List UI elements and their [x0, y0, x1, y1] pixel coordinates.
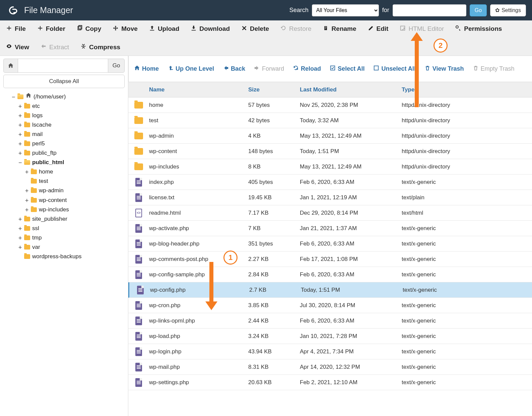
compress-button[interactable]: Compress [80, 43, 120, 51]
expand-toggle[interactable]: − [18, 158, 22, 167]
file-button[interactable]: File [6, 25, 26, 33]
search-go-button[interactable]: Go [470, 4, 487, 16]
expand-toggle[interactable]: + [18, 214, 22, 224]
permissions-button[interactable]: Permissions [455, 25, 502, 33]
move-button[interactable]: Move [113, 25, 138, 33]
tree-node[interactable]: +tmp [3, 233, 125, 242]
expand-toggle[interactable]: + [18, 120, 22, 130]
expand-toggle[interactable]: + [18, 242, 22, 252]
expand-toggle[interactable]: + [25, 196, 29, 205]
table-row[interactable]: home57 bytesNov 25, 2020, 2:38 PMhttpd/u… [128, 97, 532, 113]
htmleditor-icon [400, 25, 406, 33]
table-row[interactable]: index.php405 bytesFeb 6, 2020, 6:33 AMte… [128, 175, 532, 190]
table-row[interactable]: wp-config.php2.7 KBToday, 1:51 PMtext/x-… [128, 282, 532, 298]
table-row[interactable]: wp-content148 bytesToday, 1:51 PMhttpd/u… [128, 144, 532, 159]
table-row[interactable]: wp-load.php3.24 KBJan 10, 2021, 7:28 PMt… [128, 329, 532, 344]
download-button[interactable]: Download [191, 25, 230, 33]
cell-type: text/html [402, 210, 532, 216]
tree-node[interactable]: +wp-includes [3, 205, 125, 214]
table-row[interactable]: wp-links-opml.php2.44 KBFeb 6, 2020, 6:3… [128, 313, 532, 329]
emptytrash-button: Empty Trash [473, 65, 515, 73]
cell-name: wp-cron.php [149, 302, 248, 309]
app-title: File Manager [24, 5, 73, 15]
table-row[interactable]: wp-settings.php20.63 KBFeb 2, 2021, 12:1… [128, 375, 532, 390]
expand-toggle[interactable]: + [18, 224, 22, 233]
table-row[interactable]: wp-mail.php8.31 KBApr 14, 2020, 12:32 PM… [128, 359, 532, 375]
tree-node[interactable]: +mail [3, 130, 125, 139]
back-button[interactable]: Back [223, 65, 245, 73]
table-row[interactable]: license.txt19.45 KBJan 1, 2021, 12:19 AM… [128, 190, 532, 205]
folder-button[interactable]: Folder [37, 25, 65, 33]
delete-button[interactable]: Delete [241, 25, 269, 33]
tree-node[interactable]: +etc [3, 101, 125, 111]
upload-button[interactable]: Upload [149, 25, 179, 33]
tree-node[interactable]: wordpress-backups [3, 252, 125, 261]
tree-node[interactable]: +logs [3, 111, 125, 120]
up-button[interactable]: Up One Level [168, 65, 214, 73]
expand-toggle[interactable] [25, 177, 29, 186]
col-modified[interactable]: Last Modified [300, 86, 402, 93]
expand-toggle[interactable]: + [25, 167, 29, 177]
collapse-all-button[interactable]: Collapse All [3, 75, 125, 88]
tree-node[interactable]: +wp-content [3, 196, 125, 205]
tree-node[interactable]: −public_html [3, 158, 125, 167]
view-button[interactable]: View [6, 43, 29, 51]
toolbar-label: Move [121, 25, 138, 32]
home-button[interactable]: Home [134, 65, 159, 73]
expand-toggle[interactable]: + [25, 205, 29, 214]
path-go-button[interactable]: Go [108, 59, 125, 73]
tree-node[interactable]: +site_publisher [3, 214, 125, 224]
expand-toggle[interactable]: + [18, 111, 22, 120]
expand-toggle[interactable]: + [18, 233, 22, 242]
table-row[interactable]: wp-comments-post.php2.27 KBFeb 17, 2021,… [128, 252, 532, 267]
tree-node[interactable]: test [3, 177, 125, 186]
cell-size: 42 bytes [248, 117, 300, 124]
tree-node[interactable]: +perl5 [3, 139, 125, 148]
search-scope-select[interactable]: All Your Files [312, 4, 379, 16]
search-input[interactable] [393, 4, 466, 16]
expand-toggle[interactable]: − [11, 92, 15, 101]
cell-size: 19.45 KB [248, 194, 300, 201]
table-row[interactable]: <>readme.html7.17 KBDec 29, 2020, 8:14 P… [128, 205, 532, 221]
forward-button: Forward [254, 65, 284, 73]
col-size[interactable]: Size [248, 86, 300, 93]
expand-toggle[interactable]: + [25, 186, 29, 195]
settings-button[interactable]: ✿ Settings [490, 4, 526, 16]
table-row[interactable]: wp-activate.php7 KBJan 21, 2021, 1:37 AM… [128, 221, 532, 236]
toolbar-label: Permissions [464, 25, 502, 32]
tree-node[interactable]: +public_ftp [3, 148, 125, 158]
path-input[interactable] [18, 59, 108, 73]
selectall-button[interactable]: Select All [330, 65, 364, 73]
expand-toggle[interactable] [18, 252, 22, 261]
col-type[interactable]: Type [402, 86, 532, 93]
reload-button[interactable]: Reload [293, 65, 321, 73]
tree-node[interactable]: +home [3, 167, 125, 177]
expand-toggle[interactable]: + [18, 130, 22, 139]
expand-toggle[interactable]: + [18, 139, 22, 148]
unselect-button[interactable]: Unselect All [373, 65, 415, 73]
col-name[interactable]: Name [149, 86, 248, 93]
nav-home-button[interactable] [3, 59, 18, 73]
expand-toggle[interactable]: + [18, 148, 22, 158]
tree-node[interactable]: −(/home/user) [3, 92, 125, 101]
table-row[interactable]: wp-login.php43.94 KBApr 4, 2021, 7:34 PM… [128, 344, 532, 359]
table-row[interactable]: wp-admin4 KBMay 13, 2021, 12:49 AMhttpd/… [128, 128, 532, 144]
cell-size: 20.63 KB [248, 379, 300, 386]
viewtrash-button[interactable]: View Trash [424, 65, 464, 73]
rename-button[interactable]: Rename [323, 25, 356, 33]
table-row[interactable]: wp-config-sample.php2.84 KBFeb 6, 2020, … [128, 267, 532, 282]
copy-button[interactable]: Copy [77, 25, 102, 33]
tree-node[interactable]: +ssl [3, 224, 125, 233]
edit-button[interactable]: Edit [368, 25, 389, 33]
table-header: Name Size Last Modified Type [128, 82, 532, 97]
table-row[interactable]: wp-includes8 KBMay 13, 2021, 12:49 AMhtt… [128, 159, 532, 175]
table-row[interactable]: wp-blog-header.php351 bytesFeb 6, 2020, … [128, 236, 532, 252]
cell-modified: Jan 1, 2021, 12:19 AM [300, 194, 402, 201]
tree-node[interactable]: +var [3, 242, 125, 252]
tree-node[interactable]: +lscache [3, 120, 125, 130]
tree-node[interactable]: +wp-admin [3, 186, 125, 195]
table-row[interactable]: test42 bytesToday, 3:32 AMhttpd/unix-dir… [128, 113, 532, 128]
expand-toggle[interactable]: + [18, 101, 22, 111]
table-row[interactable]: wp-cron.php3.85 KBJul 30, 2020, 8:14 PMt… [128, 298, 532, 313]
file-nav-toolbar: HomeUp One LevelBackForwardReloadSelect … [128, 56, 532, 82]
